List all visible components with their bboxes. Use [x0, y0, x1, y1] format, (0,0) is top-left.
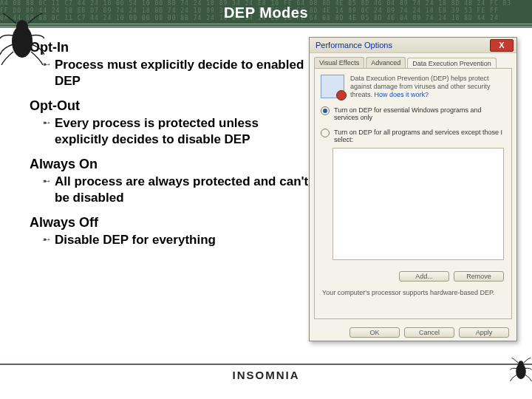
- mode-alwaysoff-heading: Always Off: [30, 215, 310, 231]
- title-banner: A4 08 88 0C 11 C7 44 24 10 00 54 10 00 8…: [0, 0, 532, 28]
- apply-button[interactable]: Apply: [459, 327, 509, 338]
- exception-list[interactable]: [332, 148, 504, 260]
- mode-optout-text: Every process is protected unless explic…: [55, 115, 310, 148]
- ok-button[interactable]: OK: [349, 327, 400, 338]
- mode-alwayson-heading: Always On: [30, 157, 310, 172]
- dialog-title: Performance Options: [316, 41, 392, 50]
- mode-alwaysoff-text: Disable DEP for everything: [55, 232, 216, 248]
- dialog-tabs: Visual Effects Advanced Data Execution P…: [310, 53, 516, 68]
- tab-advanced[interactable]: Advanced: [366, 57, 406, 68]
- add-button[interactable]: Add...: [399, 271, 449, 282]
- shield-icon: [321, 75, 344, 98]
- bullet-icon: ➸: [43, 57, 55, 89]
- dep-optout-label: Turn on DEP for all programs and service…: [334, 129, 505, 143]
- dialog-titlebar[interactable]: Performance Options X: [310, 38, 516, 53]
- radio-icon: [321, 129, 330, 137]
- dialog-panel: Data Execution Prevention (DEP) helps pr…: [314, 68, 512, 319]
- bullet-icon: ➸: [43, 232, 55, 248]
- cockroach-small-icon: [510, 358, 532, 383]
- svg-point-3: [518, 361, 524, 367]
- cancel-button[interactable]: Cancel: [404, 327, 454, 338]
- tab-visual-effects[interactable]: Visual Effects: [314, 57, 364, 68]
- slide-content: Opt-In ➸ Process must explicitly decide …: [30, 33, 310, 248]
- mode-alwayson-text: All process are always protected and can…: [55, 174, 310, 206]
- bullet-icon: ➸: [43, 174, 55, 206]
- mode-optin-heading: Opt-In: [30, 40, 310, 55]
- how-does-it-work-link[interactable]: How does it work?: [375, 91, 429, 98]
- performance-options-dialog: Performance Options X Visual Effects Adv…: [309, 37, 517, 341]
- dep-optout-radio[interactable]: Turn on DEP for all programs and service…: [321, 129, 505, 143]
- banner-rule: [0, 24, 532, 28]
- dep-optin-radio[interactable]: Turn on DEP for essential Windows progra…: [321, 106, 505, 121]
- slide-title: DEP Modes: [0, 4, 532, 21]
- svg-point-1: [16, 20, 28, 33]
- dep-optin-label: Turn on DEP for essential Windows progra…: [334, 106, 505, 121]
- footer-rule: [0, 364, 532, 365]
- radio-icon: [321, 106, 330, 115]
- hardware-dep-note: Your computer's processor supports hardw…: [322, 289, 504, 296]
- bullet-icon: ➸: [43, 115, 55, 148]
- mode-optin-text: Process must explicitly decide to enable…: [55, 57, 310, 89]
- cockroach-icon: [0, 13, 44, 65]
- tab-dep[interactable]: Data Execution Prevention: [407, 58, 497, 69]
- brand-label: INSOMNIA: [0, 369, 532, 381]
- close-button[interactable]: X: [490, 39, 514, 52]
- remove-button[interactable]: Remove: [454, 271, 504, 282]
- dep-blurb: Data Execution Prevention (DEP) helps pr…: [350, 75, 505, 99]
- mode-optout-heading: Opt-Out: [30, 98, 310, 114]
